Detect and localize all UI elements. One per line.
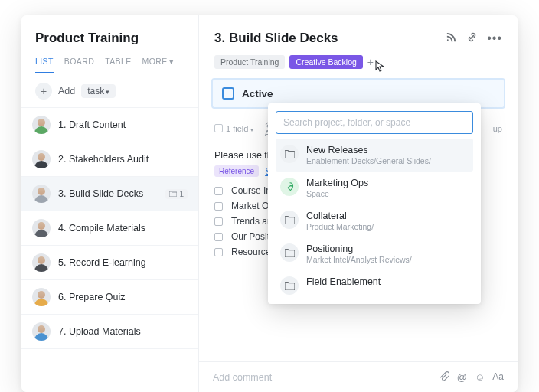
item-header: 3. Build Slide Decks ••• xyxy=(199,31,518,55)
folder-count: 1 xyxy=(165,189,188,199)
folder-icon xyxy=(169,191,177,197)
avatar xyxy=(32,185,51,203)
item-name: Collateral xyxy=(306,211,374,221)
add-label: Add xyxy=(58,86,75,96)
chevron-down-icon: ▾ xyxy=(106,88,109,96)
tab-board[interactable]: BOARD xyxy=(64,57,94,73)
app-window: Product Training LIST BOARD TABLE MORE▾ … xyxy=(21,15,518,392)
item-path: Product Marketing/ xyxy=(306,222,374,231)
task-title: 1. Draft Content xyxy=(58,119,126,130)
folder-icon xyxy=(280,276,299,295)
avatar xyxy=(32,253,51,272)
dropdown-item[interactable]: New ReleasesEnablement Decks/General Sli… xyxy=(276,139,473,172)
mention-icon[interactable]: @ xyxy=(457,371,467,383)
dropdown-item[interactable]: Marketing OpsSpace xyxy=(276,172,473,204)
folder-icon xyxy=(280,211,299,229)
tab-more[interactable]: MORE▾ xyxy=(142,57,175,73)
task-list: 1. Draft Content 2. Stakeholders Audit 3… xyxy=(21,107,198,349)
add-task-row[interactable]: + Add task▾ xyxy=(21,74,198,107)
item-name: Positioning xyxy=(306,243,412,254)
task-type-selector[interactable]: task▾ xyxy=(81,84,116,98)
search-input[interactable] xyxy=(276,111,473,134)
tag-creative-backlog[interactable]: Creative Backlog xyxy=(289,55,362,69)
task-row[interactable]: 4. Compile Materials xyxy=(21,211,198,245)
cursor-icon xyxy=(375,60,386,73)
reference-tag: Reference xyxy=(214,165,259,177)
dropdown-item[interactable]: CollateralProduct Marketing/ xyxy=(276,204,473,237)
item-path: Enablement Decks/General Slides/ xyxy=(306,156,431,165)
folder-icon xyxy=(280,145,299,163)
tab-list[interactable]: LIST xyxy=(35,57,54,74)
task-row[interactable]: 6. Prepare Quiz xyxy=(21,279,198,314)
sidebar: Product Training LIST BOARD TABLE MORE▾ … xyxy=(21,15,199,392)
project-title: Product Training xyxy=(21,31,198,57)
add-tag-button[interactable]: + xyxy=(368,56,374,68)
task-title: 7. Upload Materials xyxy=(58,326,141,337)
folder-icon xyxy=(280,243,299,262)
item-name: Marketing Ops xyxy=(306,178,368,188)
view-tabs: LIST BOARD TABLE MORE▾ xyxy=(21,57,198,74)
item-path: Market Intel/Analyst Reviews/ xyxy=(306,255,412,264)
item-name: New Releases xyxy=(306,145,431,155)
rss-icon[interactable] xyxy=(446,31,457,45)
avatar xyxy=(32,288,51,306)
location-picker: New ReleasesEnablement Decks/General Sli… xyxy=(268,103,481,304)
comment-input[interactable]: Add comment xyxy=(213,372,272,383)
dropdown-item[interactable]: PositioningMarket Intel/Analyst Reviews/ xyxy=(276,237,473,270)
task-title: 4. Compile Materials xyxy=(58,223,145,234)
plus-icon: + xyxy=(35,83,52,100)
more-icon[interactable]: ••• xyxy=(487,31,502,45)
format-icon[interactable]: Aa xyxy=(492,371,504,383)
task-row[interactable]: 5. Record E-learning xyxy=(21,245,198,279)
link-icon[interactable] xyxy=(466,31,478,45)
tag-product-training[interactable]: Product Training xyxy=(214,55,285,69)
task-title: 3. Build Slide Decks xyxy=(58,188,143,199)
comment-bar: Add comment @ ☺ Aa xyxy=(199,361,518,392)
task-title: 5. Record E-learning xyxy=(58,257,146,268)
chevron-down-icon: ▾ xyxy=(169,57,174,66)
avatar xyxy=(32,219,51,237)
avatar xyxy=(32,322,51,341)
setup-text: up xyxy=(493,124,502,133)
task-row[interactable]: 7. Upload Materials xyxy=(21,314,198,349)
attachment-icon[interactable] xyxy=(439,371,449,383)
task-title: 2. Stakeholders Audit xyxy=(58,154,149,165)
tab-table[interactable]: TABLE xyxy=(105,57,131,73)
task-row[interactable]: 1. Draft Content xyxy=(21,107,198,142)
comment-tools: @ ☺ Aa xyxy=(439,371,504,383)
emoji-icon[interactable]: ☺ xyxy=(475,371,485,383)
item-title: 3. Build Slide Decks xyxy=(214,31,338,46)
task-row[interactable]: 3. Build Slide Decks1 xyxy=(21,176,198,211)
avatar xyxy=(32,150,51,168)
item-path: Space xyxy=(306,189,368,198)
dropdown-item[interactable]: Field Enablement xyxy=(276,270,473,296)
tag-row: Product Training Creative Backlog + xyxy=(199,55,518,78)
header-actions: ••• xyxy=(446,31,502,45)
item-name: Field Enablement xyxy=(306,276,381,287)
task-title: 6. Prepare Quiz xyxy=(58,292,126,302)
svg-point-0 xyxy=(290,185,292,187)
checkbox-icon xyxy=(222,87,234,100)
status-label: Active xyxy=(242,88,273,100)
task-row[interactable]: 2. Stakeholders Audit xyxy=(21,142,198,176)
rocket-icon xyxy=(280,178,299,196)
avatar xyxy=(32,116,51,134)
dropdown-list: New ReleasesEnablement Decks/General Sli… xyxy=(276,139,473,296)
field-count[interactable]: 1 field ▾ xyxy=(214,124,253,133)
